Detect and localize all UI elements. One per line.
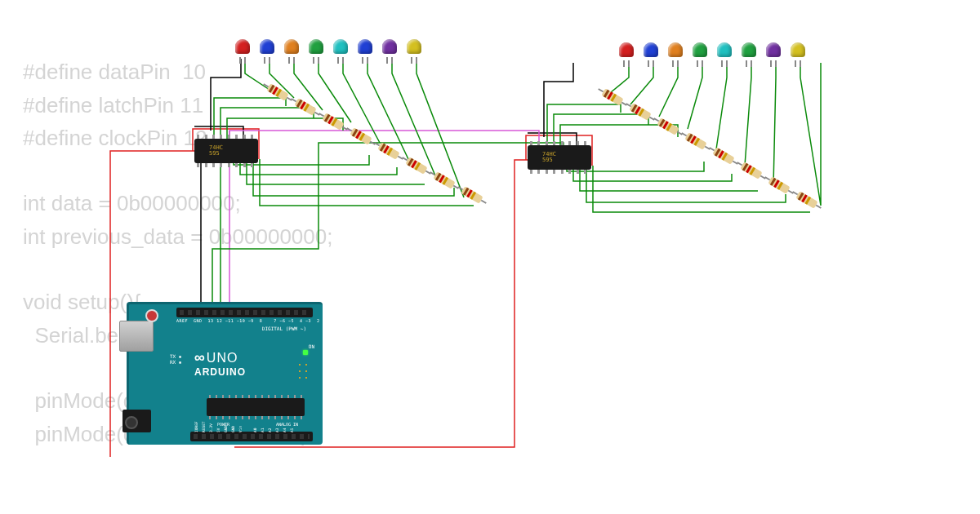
infinity-icon: ∞	[194, 349, 203, 366]
led-led-row-1-6	[382, 39, 397, 59]
resistor-res-row-2-2	[652, 115, 684, 139]
bottom-pin-labels: IOREFRESET3.3V5VGNDGNDVinA0A1A2A3A4A5	[193, 427, 296, 431]
digital-label: DIGITAL (PWM ~)	[262, 326, 306, 331]
led-led-row-2-4	[717, 42, 732, 62]
resistor-res-row-2-1	[624, 100, 657, 124]
power-analog-header	[190, 432, 313, 441]
resistor-res-row-1-4	[372, 140, 405, 163]
led-led-row-2-0	[619, 42, 634, 62]
icsp-header-icon	[296, 361, 310, 379]
led-led-row-1-0	[235, 39, 250, 59]
shift-register-1: 74HC 595	[194, 139, 258, 163]
ic-label: 74HC 595	[209, 145, 223, 157]
resistor-res-row-1-0	[261, 81, 294, 104]
led-led-row-1-3	[309, 39, 323, 59]
led-led-row-1-7	[407, 39, 421, 59]
circuit-diagram: 74HC 595 74HC 595 AREF GND 13 12 ~11 ~10…	[0, 0, 980, 514]
arduino-logo: ∞UNO ARDUINO	[194, 349, 246, 378]
atmega-chip-icon	[207, 398, 305, 416]
led-led-row-1-5	[358, 39, 372, 59]
led-led-row-2-3	[693, 42, 707, 62]
usb-port-icon	[119, 321, 154, 352]
resistor-res-row-2-6	[763, 174, 795, 197]
resistor-res-row-2-3	[679, 130, 712, 153]
led-led-row-1-1	[260, 39, 274, 59]
resistor-res-row-2-7	[791, 188, 823, 212]
txrx-labels: TX ▪RX ▪	[170, 353, 181, 365]
led-led-row-2-6	[766, 42, 781, 62]
ic-label: 74HC 595	[542, 152, 556, 163]
resistor-res-row-1-6	[428, 169, 461, 193]
resistor-res-row-1-2	[317, 110, 350, 134]
resistor-res-row-2-0	[596, 86, 629, 109]
led-led-row-2-7	[791, 42, 805, 62]
resistor-res-row-1-3	[345, 125, 377, 148]
brand-label: ARDUINO	[194, 366, 246, 378]
arduino-board: AREF GND 13 12 ~11 ~10 ~9 8 7 ~6 ~5 4 ~3…	[127, 302, 323, 445]
on-label: ON	[309, 343, 314, 349]
model-label: UNO	[207, 351, 238, 365]
reset-button	[145, 309, 158, 322]
top-pin-labels: AREF GND 13 12 ~11 ~10 ~9 8 7 ~6 ~5 4 ~3…	[176, 318, 337, 323]
resistor-res-row-1-7	[456, 184, 488, 207]
led-led-row-1-2	[284, 39, 299, 59]
power-jack-icon	[122, 410, 151, 432]
led-led-row-2-2	[668, 42, 683, 62]
shift-register-2: 74HC 595	[528, 145, 591, 170]
led-led-row-2-5	[742, 42, 756, 62]
resistor-res-row-2-4	[707, 144, 740, 168]
power-led-icon	[303, 350, 308, 355]
resistor-res-row-1-1	[289, 95, 322, 119]
led-led-row-2-1	[644, 42, 658, 62]
digital-header	[176, 308, 313, 317]
led-led-row-1-4	[333, 39, 348, 59]
resistor-res-row-2-5	[735, 159, 768, 183]
resistor-res-row-1-5	[400, 154, 433, 178]
